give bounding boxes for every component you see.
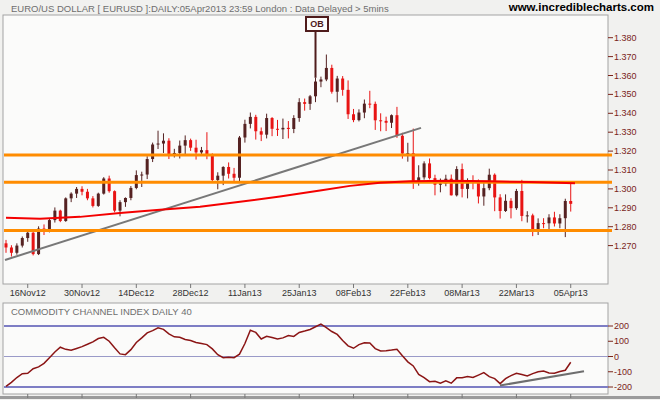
chart-canvas (0, 0, 660, 400)
candle-body (281, 128, 284, 130)
candle-body (482, 188, 485, 196)
candle-body (81, 189, 84, 192)
candle-body (379, 120, 382, 121)
candle-body (461, 169, 464, 189)
candle-body (357, 113, 360, 121)
date-axis-label: 25Jan13 (272, 288, 326, 298)
candle-body (97, 194, 100, 206)
price-axis-label: 1.370 (614, 52, 658, 62)
candle-body (423, 163, 426, 177)
cci-axis-label: 200 (614, 321, 658, 331)
candle-body (542, 223, 545, 224)
candle-body (238, 137, 241, 177)
candle-body (504, 201, 507, 211)
candle-body (91, 198, 94, 206)
candle-body (102, 179, 105, 194)
candle-body (108, 179, 111, 192)
candle-body (243, 124, 246, 138)
date-axis-label: 08Feb13 (327, 288, 381, 298)
candle-body (319, 79, 322, 81)
date-axis-label: 08Mar13 (435, 288, 489, 298)
candle-body (336, 79, 339, 92)
candle-body (401, 136, 404, 154)
candle-body (162, 141, 165, 144)
bottom-edge-bar (0, 396, 660, 399)
price-axis-label: 1.300 (614, 184, 658, 194)
candle-body (119, 202, 122, 211)
candle-body (531, 215, 534, 230)
candle-body (330, 68, 333, 92)
candle-body (493, 175, 496, 198)
date-axis-label: 30Nov12 (55, 288, 109, 298)
candle-body (227, 167, 230, 174)
candle-body (341, 79, 344, 90)
candle-body (374, 104, 377, 120)
candle-body (233, 174, 236, 178)
candle-body (249, 117, 252, 124)
price-axis-label: 1.310 (614, 165, 658, 175)
candle-body (10, 247, 13, 252)
date-axis-label: 14Dec12 (109, 288, 163, 298)
candle-body (211, 154, 214, 180)
candle-body (385, 121, 388, 123)
candle-body (352, 114, 355, 120)
cci-axis-label: 100 (614, 336, 658, 346)
candle-body (195, 148, 198, 153)
candle-body (390, 115, 393, 123)
date-axis-label: 22Feb13 (381, 288, 435, 298)
candle-body (178, 146, 181, 153)
candle-body (276, 129, 279, 130)
candle-body (569, 201, 572, 204)
cci-panel-title: COMMODITY CHANNEL INDEX DAILY 40 (11, 306, 192, 317)
candle-body (75, 189, 78, 194)
candle-body (216, 176, 219, 180)
candle-body (520, 191, 523, 216)
price-axis-label: 1.280 (614, 222, 658, 232)
candle-body (477, 182, 480, 196)
price-axis-label: 1.330 (614, 127, 658, 137)
cci-axis-label: -100 (614, 367, 658, 377)
candle-body (564, 201, 567, 218)
price-axis-label: 1.360 (614, 71, 658, 81)
candle-body (265, 118, 268, 135)
candle-body (412, 153, 415, 181)
candle-body (499, 197, 502, 211)
candle-body (325, 68, 328, 80)
date-axis-label: 11Jan13 (218, 288, 272, 298)
candle-body (124, 198, 127, 202)
candle-body (347, 90, 350, 114)
candle-body (260, 131, 263, 134)
candle-body (5, 243, 8, 247)
candle-body (26, 233, 29, 238)
candle-body (140, 175, 143, 176)
price-axis-label: 1.320 (614, 146, 658, 156)
price-axis-label: 1.270 (614, 241, 658, 251)
price-axis-label: 1.380 (614, 33, 658, 43)
candle-body (548, 217, 551, 223)
candle-body (395, 115, 398, 136)
candle-body (157, 144, 160, 145)
candle-body (515, 191, 518, 208)
candle-body (146, 159, 149, 174)
candle-body (200, 150, 203, 152)
candle-body (86, 192, 89, 199)
overbought-marker: OB (305, 16, 329, 32)
candle-body (558, 218, 561, 223)
date-axis-label: 28Dec12 (164, 288, 218, 298)
candle-body (428, 163, 431, 178)
cci-axis-label: 0 (614, 352, 658, 362)
candle-body (129, 188, 132, 198)
price-panel (3, 15, 608, 284)
candle-body (167, 141, 170, 155)
candle-body (189, 140, 192, 148)
cci-axis-label: -200 (614, 382, 658, 392)
candle-body (509, 201, 512, 208)
candle-body (222, 167, 225, 176)
candle-body (70, 194, 73, 199)
candle-body (292, 118, 295, 129)
candle-body (363, 104, 366, 113)
candle-body (48, 220, 51, 229)
price-axis-label: 1.350 (614, 89, 658, 99)
price-axis-label: 1.340 (614, 108, 658, 118)
price-axis-label: 1.290 (614, 203, 658, 213)
